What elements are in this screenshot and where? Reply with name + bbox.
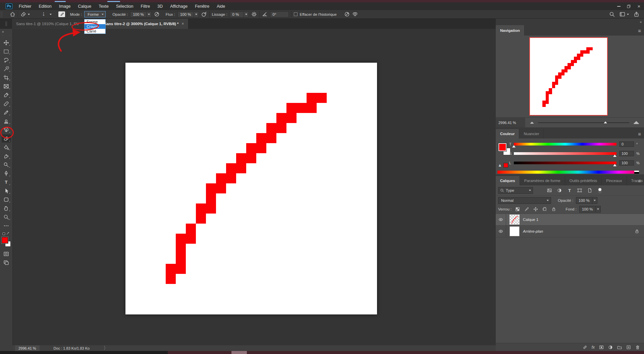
toolbar-grip[interactable] [3,35,10,36]
home-icon[interactable] [10,11,15,17]
eraser-tool[interactable] [2,134,11,142]
saturation-slider-handle[interactable] [613,155,616,157]
menu-calque[interactable]: Calque [74,3,95,10]
hue-value-field[interactable]: 0 [619,141,634,147]
gear-icon[interactable] [251,11,257,17]
filter-adjustment-layers-icon[interactable] [556,188,563,193]
smudge-tool[interactable] [2,152,11,160]
hand-tool[interactable] [2,204,11,212]
menu-selection[interactable]: Sélection [112,3,137,10]
mode-select[interactable]: Forme [84,11,106,17]
new-layer-icon[interactable] [626,345,631,350]
foreground-color-swatch[interactable] [498,143,506,151]
layer-thumbnail[interactable] [509,226,520,236]
fill-field[interactable]: 100 % [579,206,601,213]
tab-nuancier[interactable]: Nuancier [519,129,544,138]
default-swap-colors[interactable] [3,232,10,236]
options-grip[interactable] [1,11,2,17]
layer-visibility-toggle[interactable] [496,226,506,237]
lasso-tool[interactable] [2,56,11,64]
menu-image[interactable]: Image [55,3,74,10]
tab-close-icon[interactable]: × [182,21,184,26]
menu-edition[interactable]: Edition [35,3,55,10]
mode-option-crayon[interactable]: Crayon [85,24,105,29]
shape-tool[interactable] [2,195,11,203]
add-mask-icon[interactable] [599,345,604,350]
layer-styles-button[interactable]: fx [592,345,595,350]
layer-row-calque-1[interactable]: Calque 1 [496,214,644,226]
navigator-proxy-view[interactable] [529,37,608,116]
chevron-down-icon[interactable] [244,12,249,17]
lock-artboard-icon[interactable] [541,207,548,212]
menu-3d[interactable]: 3D [154,3,166,10]
color-spectrum-ramp[interactable] [497,171,639,174]
pressure-opacity-icon[interactable] [154,11,160,17]
flow-field[interactable]: 100 % [177,11,199,17]
brush-size-preview[interactable]: 1 [40,12,47,16]
navigator-zoom-field[interactable]: 2996.41 % [496,118,525,127]
edit-toolbar-button[interactable] [2,222,11,230]
tab-parametres-de-forme[interactable]: Paramètres de forme [520,176,565,185]
layers-empty-area[interactable] [496,237,644,343]
brush-settings-panel-toggle[interactable] [58,11,65,17]
panel-menu-icon[interactable]: ≡ [638,178,641,184]
tool-preset-picker[interactable] [20,11,30,17]
hue-slider-handle[interactable] [512,145,516,148]
frame-tool[interactable] [2,82,11,90]
tab-calques[interactable]: Calques [496,176,520,185]
photoshop-logo[interactable]: Ps [6,3,12,9]
tab-couleur[interactable]: Couleur [496,129,519,138]
minimize-button[interactable] [614,2,624,10]
foreground-color-swatch[interactable] [2,237,8,243]
zoom-in-icon[interactable] [633,121,639,124]
path-selection-tool[interactable] [2,187,11,195]
chevron-down-icon[interactable] [592,197,597,203]
toolbar-collapse-icon[interactable]: » [0,29,4,34]
lightness-value-field[interactable]: 100 [619,160,634,166]
tab-pinceaux[interactable]: Pinceaux [602,176,627,185]
tab-traces[interactable]: Tracés [627,176,644,185]
mode-option-forme[interactable]: Forme [85,19,105,24]
menu-texte[interactable]: Texte [95,3,112,10]
hue-slider[interactable] [514,143,616,145]
erase-history-checkbox[interactable] [294,12,298,16]
lock-transparency-icon[interactable] [514,207,521,212]
mode-option-carre[interactable]: Carré [85,29,105,34]
color-swatches[interactable] [1,237,11,248]
document-tab-2[interactable]: Sans titre-2 @ 3000% (Calque 1, RVB/8) *… [100,19,189,29]
zoom-out-icon[interactable] [530,122,534,124]
blend-mode-select[interactable]: Normal [498,197,551,204]
panel-menu-icon[interactable]: ≡ [638,131,641,137]
lightness-slider-handle[interactable] [613,164,616,166]
pen-tool[interactable] [2,169,11,177]
layer-row-arriere-plan[interactable]: Arrière-plan [496,226,644,237]
pressure-size-icon[interactable] [344,11,350,17]
menu-filtre[interactable]: Filtre [137,3,154,10]
filter-pixel-layers-icon[interactable] [546,188,553,193]
symmetry-butterfly-icon[interactable] [352,11,358,17]
angle-field[interactable]: 0° [270,11,289,17]
status-zoom-field[interactable]: 2996.41 % [15,345,40,351]
saturation-value-field[interactable]: 100 [619,151,634,156]
menu-aide[interactable]: Aide [213,3,229,10]
lock-pixels-icon[interactable] [523,207,530,212]
new-group-icon[interactable] [617,345,622,350]
type-tool[interactable]: T [2,178,11,186]
panel-menu-icon[interactable]: ≡ [638,27,641,33]
rectangular-marquee-tool[interactable] [2,47,11,55]
black-swatch[interactable] [634,172,639,174]
canvas-area[interactable] [13,29,496,345]
healing-brush-tool[interactable] [2,100,11,108]
tab-outils-predefinis[interactable]: Outils prédéfinis [565,176,602,185]
move-tool[interactable] [2,39,11,47]
layer-thumbnail[interactable] [509,215,520,225]
status-chevron-icon[interactable]: 〉 [104,345,107,352]
dodge-tool[interactable] [2,161,11,169]
lock-position-icon[interactable] [532,207,539,212]
gamut-warning[interactable]: ▲ [498,163,508,168]
close-button[interactable]: × [634,2,644,10]
saturation-slider[interactable] [514,152,616,155]
chevron-down-icon[interactable] [595,206,600,212]
smoothing-field[interactable]: 0 % [230,11,249,17]
filter-toggle-switch[interactable] [598,188,602,193]
